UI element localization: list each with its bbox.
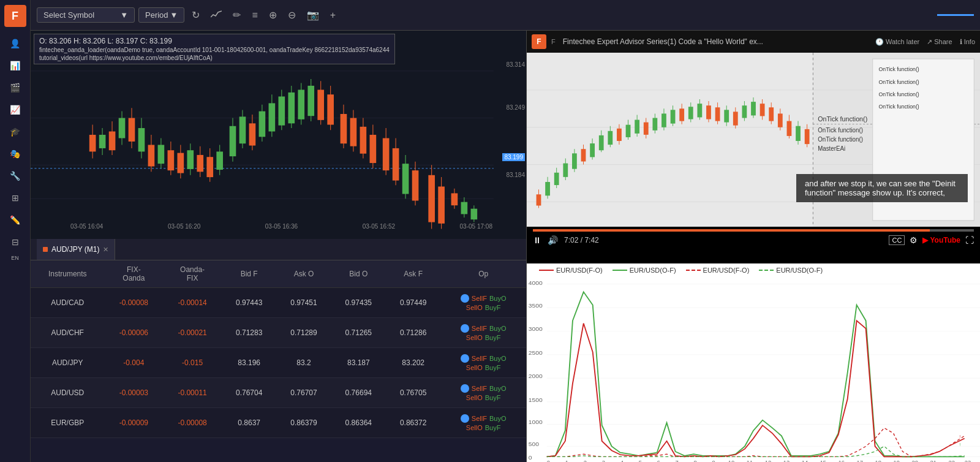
buy-o-button[interactable]: BuyO xyxy=(489,295,507,302)
buy-o-button[interactable]: BuyO xyxy=(489,325,507,332)
svg-rect-127 xyxy=(715,107,720,121)
svg-text:18: 18 xyxy=(875,460,881,462)
cell-ask-f: 0.76705 xyxy=(386,378,440,408)
video-logo: F xyxy=(532,34,546,49)
svg-rect-109 xyxy=(635,120,639,134)
svg-text:14: 14 xyxy=(802,460,808,462)
sell-o-button[interactable]: SellO xyxy=(466,394,483,401)
refresh-button[interactable]: ↻ xyxy=(188,7,203,23)
svg-text:4000: 4000 xyxy=(529,280,543,286)
svg-rect-76 xyxy=(451,193,458,205)
fullscreen-button[interactable]: ⛶ xyxy=(965,235,974,245)
sell-f-button[interactable]: SellF xyxy=(472,415,487,422)
sell-f-button[interactable]: SellF xyxy=(472,295,487,302)
svg-rect-111 xyxy=(644,123,649,135)
svg-rect-117 xyxy=(671,110,676,123)
svg-rect-70 xyxy=(412,170,419,200)
progress-bar[interactable] xyxy=(533,229,974,232)
add-button[interactable]: + xyxy=(326,7,339,23)
bars-button[interactable]: ≡ xyxy=(248,7,261,23)
camera-button[interactable]: 📷 xyxy=(303,7,323,23)
sell-o-button[interactable]: SellO xyxy=(466,304,483,311)
cell-oanda-fix: -0.00008 xyxy=(163,408,222,438)
svg-text:MasterEAi: MasterEAi xyxy=(818,145,845,152)
candlestick-container[interactable]: O: 83.206 H: 83.206 L: 83.197 C: 83.199 … xyxy=(31,31,526,239)
table-header-row: Instruments FIX-Oanda Oanda-FIX Bid F As… xyxy=(31,260,526,288)
sell-o-button[interactable]: SellO xyxy=(466,364,483,371)
volume-button[interactable]: 🔊 xyxy=(548,235,558,245)
time-label-0: 03-05 16:04 xyxy=(70,223,103,230)
svg-text:19: 19 xyxy=(894,460,900,462)
svg-text:12: 12 xyxy=(765,460,771,462)
instruments-tbody: AUD/CAD -0.00008 -0.00014 0.97443 0.9745… xyxy=(31,288,526,438)
buy-f-button[interactable]: BuyF xyxy=(485,364,501,371)
settings-button[interactable]: ⚙ xyxy=(910,235,918,245)
buy-f-button[interactable]: BuyF xyxy=(485,304,501,311)
svg-rect-137 xyxy=(760,104,765,116)
period-button[interactable]: Period ▼ xyxy=(138,7,184,23)
sidebar-icon-chart[interactable]: 📊 xyxy=(6,56,24,75)
video-title: Fintechee Expert Advisor Series(1) Code … xyxy=(563,37,870,46)
share-button[interactable]: ↗ Share xyxy=(927,38,952,46)
sell-f-button[interactable]: SellF xyxy=(472,385,487,392)
time-label-3: 03-05 16:52 xyxy=(363,223,395,230)
cc-button[interactable]: CC xyxy=(889,235,905,245)
tab-close-button[interactable]: ✕ xyxy=(103,246,108,254)
svg-rect-44 xyxy=(279,96,285,125)
svg-text:OnTick function(): OnTick function() xyxy=(878,104,919,110)
svg-rect-139 xyxy=(769,107,774,121)
svg-rect-40 xyxy=(259,112,266,137)
sidebar-icon-linechart[interactable]: 📈 xyxy=(6,100,24,119)
buy-f-button[interactable]: BuyF xyxy=(485,424,501,431)
sidebar-icon-tools[interactable]: 🔧 xyxy=(6,167,24,185)
buy-f-button[interactable]: BuyF xyxy=(485,394,501,401)
sidebar-icon-graduation[interactable]: 🎓 xyxy=(6,123,24,141)
app-logo[interactable]: F xyxy=(4,5,26,27)
pause-button[interactable]: ⏸ xyxy=(533,235,541,245)
svg-rect-50 xyxy=(307,86,314,116)
cell-bid-f: 0.97443 xyxy=(222,288,276,318)
legend-eurusd-of-solid: EUR/USD(O-F) xyxy=(612,267,676,274)
tab-audjpy[interactable]: AUD/JPY (M1) ✕ xyxy=(37,239,115,260)
info-button[interactable]: ℹ Info xyxy=(960,38,975,46)
sidebar-icon-table[interactable]: ⊟ xyxy=(6,233,24,251)
pencil-button[interactable]: ✏ xyxy=(229,7,244,23)
op-row-1: SellF BuyO xyxy=(461,414,507,423)
linechart-button[interactable] xyxy=(207,7,225,23)
svg-text:17: 17 xyxy=(857,460,863,462)
buy-f-button[interactable]: BuyF xyxy=(485,334,501,341)
watch-later-button[interactable]: 🕐 Watch later xyxy=(875,38,919,46)
symbol-select[interactable]: Select Symbol ▼ xyxy=(37,7,135,23)
buy-o-button[interactable]: BuyO xyxy=(489,355,507,362)
sell-o-button[interactable]: SellO xyxy=(466,334,483,341)
sell-o-button[interactable]: SellO xyxy=(466,424,483,431)
left-panel: O: 83.206 H: 83.206 L: 83.197 C: 83.199 … xyxy=(31,31,527,462)
cell-fix-oanda: -0.00006 xyxy=(104,318,163,348)
sidebar-icon-pencil[interactable]: ✏️ xyxy=(6,211,24,229)
sidebar-lang-label[interactable]: EN xyxy=(11,255,19,261)
svg-text:13: 13 xyxy=(783,460,790,462)
sidebar-icon-person[interactable]: 👤 xyxy=(6,34,24,53)
cell-op: SellF BuyO SellO BuyF xyxy=(440,288,526,318)
main-content: Select Symbol ▼ Period ▼ ↻ ✏ ≡ ⊕ ⊖ 📷 + O… xyxy=(31,0,980,462)
legend-label-2: EUR/USD(O-F) xyxy=(630,267,676,274)
zoom-in-button[interactable]: ⊕ xyxy=(265,7,281,23)
instruments-table-container[interactable]: Instruments FIX-Oanda Oanda-FIX Bid F As… xyxy=(31,260,526,462)
buy-o-button[interactable]: BuyO xyxy=(489,415,507,422)
sidebar-icon-grid[interactable]: ⊞ xyxy=(6,189,24,207)
svg-rect-56 xyxy=(341,114,347,143)
price-label-4: 83.184 xyxy=(506,172,525,178)
cell-oanda-fix: -0.00011 xyxy=(163,378,222,408)
sidebar-icon-video[interactable]: 🎬 xyxy=(6,78,24,97)
sell-f-button[interactable]: SellF xyxy=(472,355,487,362)
buy-o-button[interactable]: BuyO xyxy=(489,385,507,392)
svg-rect-95 xyxy=(572,153,577,169)
svg-rect-6 xyxy=(89,135,96,151)
svg-rect-103 xyxy=(608,131,612,145)
sidebar-icon-mask[interactable]: 🎭 xyxy=(6,145,24,163)
svg-text:4: 4 xyxy=(620,460,624,462)
video-content: OnTick function() OnTick function() OnTi… xyxy=(527,53,980,227)
sell-f-button[interactable]: SellF xyxy=(472,325,487,332)
svg-rect-133 xyxy=(742,105,747,118)
zoom-out-button[interactable]: ⊖ xyxy=(284,7,300,23)
